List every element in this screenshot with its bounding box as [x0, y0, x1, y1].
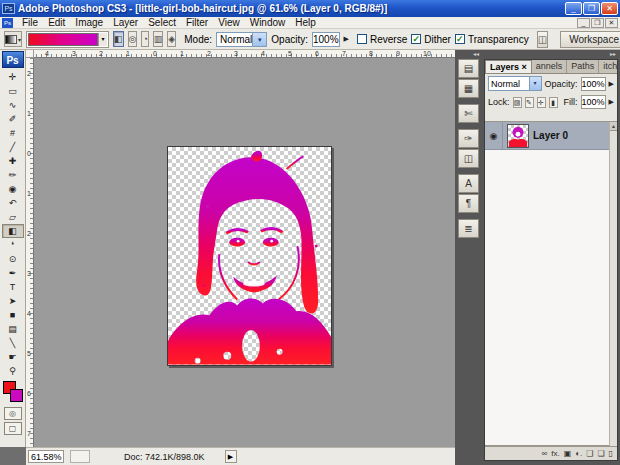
tool-dodge[interactable]: ⊙: [2, 252, 24, 266]
blend-mode-select[interactable]: Normal ▾: [488, 76, 542, 91]
histogram-panel-icon[interactable]: ▦: [458, 79, 479, 98]
angle-gradient-button[interactable]: ◔: [141, 31, 148, 47]
tool-blur[interactable]: ❛: [2, 238, 24, 252]
ruler-origin-corner[interactable]: [26, 50, 34, 58]
tool-move[interactable]: ✛: [2, 70, 24, 84]
doc-minimize-button[interactable]: _: [577, 18, 590, 28]
layer-thumbnail[interactable]: [507, 124, 529, 148]
character-panel-icon[interactable]: A: [458, 174, 479, 193]
link-layers-icon[interactable]: ∞: [541, 448, 547, 460]
menu-help[interactable]: Help: [290, 17, 321, 29]
lock-all-icon[interactable]: ▮: [549, 97, 558, 108]
gradient-editor[interactable]: ▾: [26, 31, 109, 48]
opacity-spinner-icon[interactable]: ▶: [344, 35, 349, 43]
expand-dock-arrows-icon[interactable]: ▸▸: [482, 50, 620, 58]
new-group-icon[interactable]: ❑: [586, 448, 593, 460]
tool-gradient[interactable]: ◧: [2, 224, 24, 238]
quick-mask-button[interactable]: ◎: [4, 407, 22, 420]
tab-paths[interactable]: Paths: [567, 60, 599, 73]
tool-zoom[interactable]: ⚲: [2, 364, 24, 378]
tool-eyedropper[interactable]: ╲: [2, 336, 24, 350]
menu-view[interactable]: View: [213, 17, 245, 29]
tool-rectangular-marquee[interactable]: ▭: [2, 84, 24, 98]
fill-spinner-icon[interactable]: ▶: [609, 98, 614, 106]
menu-edit[interactable]: Edit: [43, 17, 70, 29]
tool-slice[interactable]: ╱: [2, 140, 24, 154]
tool-quick-selection[interactable]: ✐: [2, 112, 24, 126]
status-flyout-arrow-icon[interactable]: ▶: [225, 450, 237, 463]
lock-transparency-icon[interactable]: ▨: [513, 97, 522, 108]
restore-button[interactable]: ❐: [583, 2, 600, 15]
screen-mode-button[interactable]: ▢: [4, 422, 22, 435]
chevron-down-icon[interactable]: ▾: [529, 77, 541, 90]
menu-image[interactable]: Image: [70, 17, 108, 29]
workspace-button[interactable]: Workspace ▼: [560, 31, 620, 48]
ps-logo[interactable]: Ps: [2, 51, 24, 68]
layer-list-scrollbar[interactable]: ▲: [609, 122, 617, 447]
transparency-checkbox[interactable]: ✓ Transparency: [455, 34, 529, 45]
tool-brush[interactable]: ✏: [2, 168, 24, 182]
tool-clone-stamp[interactable]: ◉: [2, 182, 24, 196]
lock-pixels-icon[interactable]: ✎: [525, 97, 534, 108]
layer-name[interactable]: Layer 0: [533, 130, 568, 141]
tool-path-selection[interactable]: ➤: [2, 294, 24, 308]
canvas-area[interactable]: 4 3 2 1 0 1 2 3 4 5 6 7 8 9 10 2 1 0 1 2…: [26, 50, 455, 447]
reflected-gradient-button[interactable]: ▥: [153, 31, 164, 47]
menu-window[interactable]: Window: [245, 17, 291, 29]
chevron-down-icon[interactable]: ▾: [252, 33, 266, 46]
layer-mask-icon[interactable]: ▣: [564, 448, 572, 460]
tool-preset-picker[interactable]: ▾: [4, 31, 22, 47]
menu-layer[interactable]: Layer: [108, 17, 143, 29]
linear-gradient-button[interactable]: ◧: [113, 31, 124, 47]
mode-select[interactable]: Normal ▾: [216, 32, 267, 47]
fill-field[interactable]: 100%: [581, 95, 606, 109]
tool-type[interactable]: T: [2, 280, 24, 294]
diamond-gradient-button[interactable]: ◈: [167, 31, 176, 47]
gradient-picker-arrow-icon[interactable]: ▾: [98, 33, 107, 46]
tab-channels[interactable]: annels: [532, 60, 568, 73]
menu-file[interactable]: File: [17, 17, 43, 29]
tool-history-brush[interactable]: ↶: [2, 196, 24, 210]
tool-rectangle-shape[interactable]: ■: [2, 308, 24, 322]
tool-eraser[interactable]: ▱: [2, 210, 24, 224]
layer-row[interactable]: ◉ Layer 0: [485, 122, 617, 150]
paragraph-panel-icon[interactable]: ¶: [458, 194, 479, 213]
layer-opacity-field[interactable]: 100%: [581, 77, 606, 91]
background-color-swatch[interactable]: [10, 389, 23, 402]
tool-hand[interactable]: ☛: [2, 350, 24, 364]
checkbox-icon[interactable]: ✓: [411, 34, 421, 44]
navigator-panel-icon[interactable]: ▤: [458, 59, 479, 78]
go-to-bridge-button[interactable]: ◫: [537, 31, 548, 48]
minimize-button[interactable]: _: [565, 2, 582, 15]
tool-presets-panel-icon[interactable]: ✄: [458, 104, 479, 123]
eye-visibility-icon[interactable]: ◉: [485, 122, 503, 150]
checkbox-icon[interactable]: [357, 34, 367, 44]
clone-source-panel-icon[interactable]: ◫: [458, 149, 479, 168]
scroll-up-icon[interactable]: ▲: [610, 122, 617, 131]
doc-restore-button[interactable]: ❐: [591, 18, 604, 28]
adjustment-layer-icon[interactable]: ◐.: [575, 448, 582, 460]
opacity-field[interactable]: 100%: [312, 32, 340, 47]
reverse-checkbox[interactable]: Reverse: [357, 34, 407, 45]
menu-select[interactable]: Select: [143, 17, 181, 29]
new-layer-icon[interactable]: ❏: [597, 448, 604, 460]
tool-lasso[interactable]: ∿: [2, 98, 24, 112]
brushes-panel-icon[interactable]: ✑: [458, 129, 479, 148]
dither-checkbox[interactable]: ✓ Dither: [411, 34, 451, 45]
opacity-spinner-icon[interactable]: ▶: [609, 80, 614, 88]
close-button[interactable]: ✕: [601, 2, 618, 15]
delete-layer-icon[interactable]: ▯: [609, 448, 613, 460]
lock-position-icon[interactable]: ✛: [537, 97, 546, 108]
tool-healing-brush[interactable]: ✚: [2, 154, 24, 168]
zoom-percentage-field[interactable]: 61.58%: [28, 450, 64, 463]
layer-style-icon[interactable]: fx.: [551, 448, 559, 460]
tab-layers[interactable]: Layers ×: [485, 60, 532, 73]
collapse-dock-arrows-icon[interactable]: ◂◂: [455, 50, 482, 58]
document-canvas[interactable]: [167, 146, 332, 366]
menu-filter[interactable]: Filter: [181, 17, 213, 29]
tab-swatches[interactable]: itches: [599, 60, 617, 73]
doc-close-button[interactable]: ✕: [605, 18, 618, 28]
radial-gradient-button[interactable]: ◎: [128, 31, 138, 47]
tool-notes[interactable]: ▤: [2, 322, 24, 336]
tool-crop[interactable]: #: [2, 126, 24, 140]
